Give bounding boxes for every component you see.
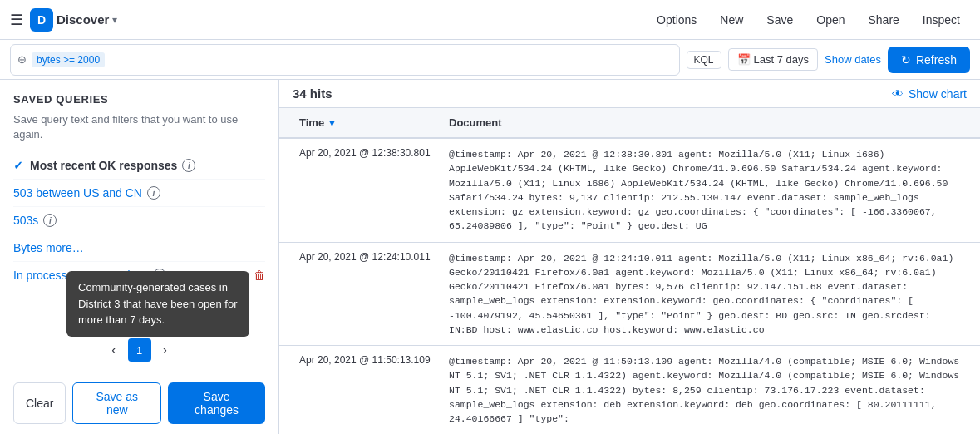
saved-queries-description: Save query text and filters that you wan… xyxy=(0,112,278,152)
search-input[interactable] xyxy=(110,53,672,67)
delete-icon[interactable]: 🗑 xyxy=(254,269,265,282)
current-page: 1 xyxy=(128,338,151,362)
hits-count: 34 hits xyxy=(293,86,332,101)
content-area: SAVED QUERIES Save query text and filter… xyxy=(0,80,980,434)
saved-query-active[interactable]: ✓ Most recent OK responses i xyxy=(13,152,265,180)
document-header-label: Document xyxy=(449,116,502,129)
table-header: Time ▼ Document xyxy=(279,108,980,139)
save-as-new-button[interactable]: Save as new xyxy=(72,382,161,424)
data-table: Time ▼ Document Apr 20, 2021 @ 12:38:30.… xyxy=(279,108,980,434)
time-cell: Apr 20, 2021 @ 12:24:10.011 xyxy=(293,243,442,346)
inspect-button[interactable]: Inspect xyxy=(913,8,970,32)
time-range-label: Last 7 days xyxy=(754,53,810,66)
new-button[interactable]: New xyxy=(710,8,753,32)
saved-queries-footer: Clear Save as new Save changes xyxy=(0,372,278,434)
refresh-icon: ↻ xyxy=(901,53,911,67)
show-chart-button[interactable]: 👁 Show chart xyxy=(892,87,967,101)
document-cell: @timestamp: Apr 20, 2021 @ 11:50:13.109 … xyxy=(442,346,967,434)
table-row: Apr 20, 2021 @ 12:24:10.011 @timestamp: … xyxy=(279,243,980,347)
table-body: Apr 20, 2021 @ 12:38:30.801 @timestamp: … xyxy=(279,139,980,434)
search-field[interactable]: ⊕ bytes >= 2000 xyxy=(10,44,680,76)
show-chart-label: Show chart xyxy=(909,87,967,101)
calendar-button[interactable]: 📅 Last 7 days xyxy=(728,48,819,71)
info-icon[interactable]: i xyxy=(43,214,57,227)
table-row: Apr 20, 2021 @ 11:50:13.109 @timestamp: … xyxy=(279,346,980,434)
show-dates-button[interactable]: Show dates xyxy=(825,53,881,66)
save-changes-button[interactable]: Save changes xyxy=(168,382,265,424)
open-button[interactable]: Open xyxy=(806,8,854,32)
main-content: 34 hits 👁 Show chart Time ▼ Document Apr… xyxy=(279,80,980,434)
prev-page-button[interactable]: ‹ xyxy=(106,341,121,359)
document-cell: @timestamp: Apr 20, 2021 @ 12:24:10.011 … xyxy=(442,243,967,346)
list-item[interactable]: Bytes more… xyxy=(13,234,265,262)
list-item[interactable]: 503 between US and CN i xyxy=(13,180,265,207)
nav-actions: Options New Save Open Share Inspect xyxy=(647,8,970,32)
query-link-503-us-cn[interactable]: 503 between US and CN xyxy=(13,186,142,200)
saved-queries-panel: SAVED QUERIES Save query text and filter… xyxy=(0,80,279,434)
share-button[interactable]: Share xyxy=(859,8,909,32)
sort-icon: ▼ xyxy=(327,118,337,128)
filter-icon: ⊕ xyxy=(17,53,27,66)
time-cell: Apr 20, 2021 @ 12:38:30.801 xyxy=(293,139,442,242)
main-toolbar: 34 hits 👁 Show chart xyxy=(279,80,980,108)
saved-queries-header: SAVED QUERIES xyxy=(0,80,278,112)
search-bar: ⊕ bytes >= 2000 KQL 📅 Last 7 days Show d… xyxy=(0,40,980,80)
filter-badge: bytes >= 2000 xyxy=(32,52,105,67)
refresh-label: Refresh xyxy=(916,53,957,67)
active-query-label: Most recent OK responses xyxy=(30,159,177,172)
hamburger-menu-icon[interactable]: ☰ xyxy=(10,11,23,29)
query-link-503s[interactable]: 503s xyxy=(13,214,38,227)
table-row: Apr 20, 2021 @ 12:38:30.801 @timestamp: … xyxy=(279,139,980,243)
app-chevron-icon[interactable]: ▾ xyxy=(112,14,117,26)
app-logo: D xyxy=(30,8,53,32)
info-icon[interactable]: i xyxy=(147,186,160,200)
document-cell: @timestamp: Apr 20, 2021 @ 12:38:30.801 … xyxy=(442,139,967,242)
top-nav: ☰ D Discover ▾ Options New Save Open Sha… xyxy=(0,0,980,40)
time-column-header[interactable]: Time ▼ xyxy=(293,108,442,137)
document-column-header: Document xyxy=(442,108,967,137)
refresh-button[interactable]: ↻ Refresh xyxy=(888,47,970,73)
clear-button[interactable]: Clear xyxy=(13,382,66,424)
checkmark-icon: ✓ xyxy=(13,159,23,172)
chart-icon: 👁 xyxy=(892,87,904,101)
query-link-bytes[interactable]: Bytes more… xyxy=(13,241,84,254)
kql-toggle[interactable]: KQL xyxy=(687,51,721,69)
options-button[interactable]: Options xyxy=(647,8,707,32)
time-header-label: Time xyxy=(299,116,324,129)
list-item[interactable]: 503s i xyxy=(13,207,265,234)
time-cell: Apr 20, 2021 @ 11:50:13.109 xyxy=(293,346,442,434)
save-button[interactable]: Save xyxy=(756,8,803,32)
info-icon[interactable]: i xyxy=(182,159,195,172)
tooltip: Community-generated cases in District 3 … xyxy=(66,271,249,337)
next-page-button[interactable]: › xyxy=(158,341,172,359)
app-name: Discover xyxy=(57,12,109,27)
calendar-icon: 📅 xyxy=(737,53,751,66)
